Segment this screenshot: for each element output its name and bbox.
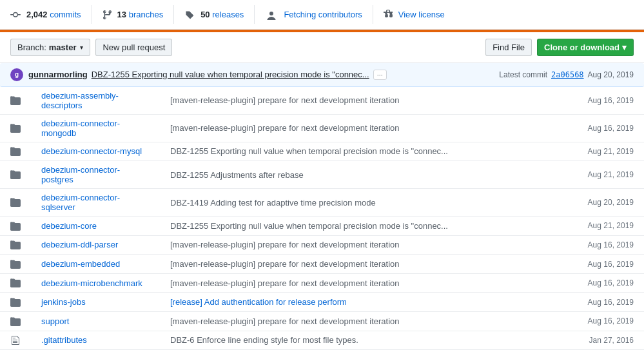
branches-count: 13 — [117, 10, 126, 19]
commit-date: Aug 20, 2019 — [588, 70, 634, 79]
commit-hash[interactable]: 2a06568 — [551, 70, 584, 79]
file-name-link[interactable]: debezium-embedded — [41, 259, 120, 269]
commit-message-link[interactable]: [release] Add authentication for release… — [170, 297, 347, 307]
folder-icon — [0, 114, 31, 142]
table-row: debezium-ddl-parser[maven-release-plugin… — [0, 235, 644, 255]
clone-or-download-button[interactable]: Clone or download ▾ — [537, 39, 634, 56]
file-name-link[interactable]: support — [41, 316, 69, 326]
file-name-link[interactable]: debezium-connector-mongodb — [41, 119, 120, 138]
license-nav[interactable]: View license — [373, 5, 455, 24]
commit-message: DBZ-1255 Exporting null value when tempo… — [160, 142, 556, 161]
file-name-link[interactable]: debezium-assembly-descriptors — [41, 91, 119, 110]
avatar: g — [10, 68, 23, 81]
folder-icon — [0, 189, 31, 217]
commit-date: Aug 16, 2019 — [556, 293, 644, 312]
commits-icon — [10, 9, 23, 20]
commit-message-link[interactable]: DBZ-1255 Exporting null value when tempo… — [92, 70, 369, 79]
repo-nav: 2,042 commits 13 branches 50 releases Fe… — [0, 0, 644, 30]
commits-link[interactable]: commits — [50, 10, 81, 19]
branch-name: master — [49, 43, 77, 52]
commits-nav[interactable]: 2,042 commits — [10, 5, 92, 24]
table-row: debezium-connector-sqlserverDBZ-1419 Add… — [0, 189, 644, 217]
commit-message: DBZ-1255 Adjustments after rebase — [160, 161, 556, 189]
commit-date: Aug 16, 2019 — [556, 87, 644, 115]
license-icon — [384, 9, 395, 20]
license-link[interactable]: View license — [398, 10, 445, 19]
contributors-icon — [265, 9, 280, 20]
commit-meta: Latest commit 2a06568 Aug 20, 2019 — [499, 70, 634, 79]
table-row: debezium-assembly-descriptors[maven-rele… — [0, 87, 644, 115]
file-name-link[interactable]: jenkins-jobs — [41, 297, 86, 307]
commit-info: gunnarmorling DBZ-1255 Exporting null va… — [28, 70, 499, 80]
file-name-link[interactable]: debezium-connector-postgres — [41, 165, 120, 184]
branch-selector[interactable]: Branch: master ▾ — [10, 39, 90, 56]
releases-link[interactable]: releases — [212, 10, 244, 19]
new-pull-request-button[interactable]: New pull request — [95, 39, 172, 56]
commit-date: Jan 27, 2016 — [556, 331, 644, 350]
commit-message: [maven-release-plugin] prepare for next … — [160, 255, 556, 274]
file-name-link[interactable]: debezium-microbenchmark — [41, 278, 142, 288]
folder-icon — [0, 217, 31, 236]
branch-right: Find File Clone or download ▾ — [485, 39, 634, 56]
branches-icon — [102, 9, 114, 20]
commit-message: DBZ-6 Enforce line ending style for most… — [160, 331, 556, 350]
latest-commit-label: Latest commit — [499, 70, 547, 79]
file-table: debezium-assembly-descriptors[maven-rele… — [0, 87, 644, 351]
commit-banner: g gunnarmorling DBZ-1255 Exporting null … — [0, 63, 644, 87]
commit-date: Aug 21, 2019 — [556, 217, 644, 236]
branch-caret-icon: ▾ — [80, 44, 83, 51]
contributors-nav[interactable]: Fetching contributors — [255, 5, 373, 24]
releases-nav[interactable]: 50 releases — [174, 5, 255, 24]
table-row: debezium-connector-mongodb[maven-release… — [0, 114, 644, 142]
contributors-link[interactable]: Fetching contributors — [284, 10, 362, 19]
commit-date: Aug 16, 2019 — [556, 255, 644, 274]
folder-icon — [0, 311, 31, 331]
branch-left: Branch: master ▾ New pull request — [10, 39, 172, 56]
commits-count: 2,042 — [26, 10, 48, 19]
ellipsis-button[interactable]: ··· — [373, 70, 387, 80]
table-row: debezium-microbenchmark[maven-release-pl… — [0, 273, 644, 293]
commit-message: [maven-release-plugin] prepare for next … — [160, 235, 556, 255]
file-name-link[interactable]: debezium-connector-sqlserver — [41, 193, 120, 212]
commit-date: Aug 21, 2019 — [556, 161, 644, 189]
table-row: debezium-embedded[maven-release-plugin] … — [0, 255, 644, 274]
table-row: debezium-connector-mysqlDBZ-1255 Exporti… — [0, 142, 644, 161]
folder-icon — [0, 293, 31, 312]
file-name-link[interactable]: debezium-ddl-parser — [41, 240, 118, 249]
table-row: support[maven-release-plugin] prepare fo… — [0, 311, 644, 331]
branches-nav[interactable]: 13 branches — [92, 5, 175, 24]
file-name-link[interactable]: .gitattributes — [41, 335, 87, 345]
commit-message: DBZ-1255 Exporting null value when tempo… — [160, 217, 556, 236]
folder-icon — [0, 161, 31, 189]
commit-author[interactable]: gunnarmorling — [28, 70, 88, 79]
folder-icon — [0, 142, 31, 161]
branch-bar: Branch: master ▾ New pull request Find F… — [0, 32, 644, 63]
folder-icon — [0, 255, 31, 274]
clone-label: Clone or download — [544, 43, 620, 52]
releases-icon — [184, 9, 197, 20]
releases-count: 50 — [200, 10, 210, 19]
commit-date: Aug 16, 2019 — [556, 273, 644, 293]
commit-message: [maven-release-plugin] prepare for next … — [160, 87, 556, 115]
commit-date: Aug 16, 2019 — [556, 235, 644, 255]
table-row: jenkins-jobs[release] Add authentication… — [0, 293, 644, 312]
commit-message: [maven-release-plugin] prepare for next … — [160, 311, 556, 331]
folder-icon — [0, 235, 31, 255]
commit-date: Aug 21, 2019 — [556, 142, 644, 161]
table-row: debezium-connector-postgresDBZ-1255 Adju… — [0, 161, 644, 189]
commit-date: Aug 20, 2019 — [556, 189, 644, 217]
commit-message: [maven-release-plugin] prepare for next … — [160, 273, 556, 293]
commit-date: Aug 16, 2019 — [556, 114, 644, 142]
file-name-link[interactable]: debezium-core — [41, 221, 97, 231]
branches-link[interactable]: branches — [129, 10, 163, 19]
table-row: debezium-coreDBZ-1255 Exporting null val… — [0, 217, 644, 236]
folder-icon — [0, 273, 31, 293]
clone-caret-icon: ▾ — [622, 43, 627, 52]
table-row: .gitattributesDBZ-6 Enforce line ending … — [0, 331, 644, 350]
file-icon — [0, 331, 31, 350]
folder-icon — [0, 87, 31, 115]
commit-message: [maven-release-plugin] prepare for next … — [160, 114, 556, 142]
file-name-link[interactable]: debezium-connector-mysql — [41, 146, 142, 156]
commit-message: DBZ-1419 Adding test for adaptive time p… — [160, 189, 556, 217]
find-file-button[interactable]: Find File — [485, 39, 532, 56]
